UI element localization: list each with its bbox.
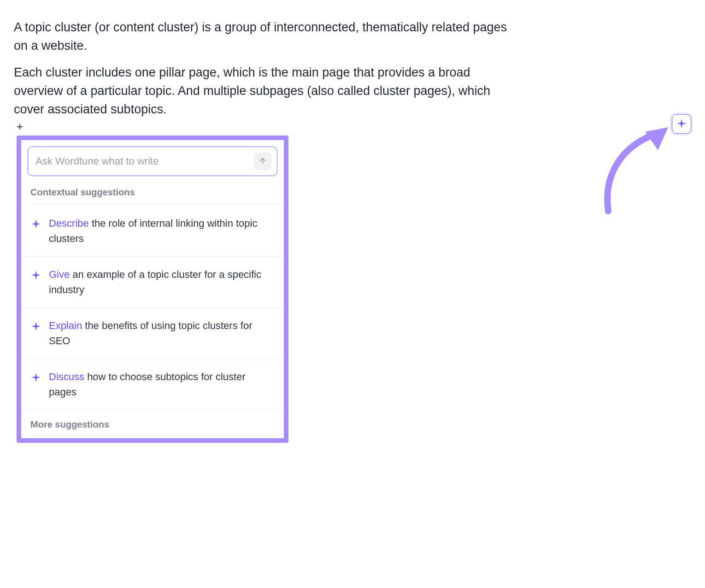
suggestion-verb: Discuss — [49, 371, 84, 382]
suggestion-text: Describe the role of internal linking wi… — [49, 216, 275, 246]
suggestion-verb: Describe — [49, 218, 89, 229]
suggestion-item[interactable]: Give an example of a topic cluster for a… — [21, 256, 284, 307]
contextual-suggestions-label: Contextual suggestions — [21, 184, 284, 205]
sparkle-icon — [676, 118, 687, 130]
sparkle-icon — [30, 218, 41, 231]
ask-input-row — [28, 147, 277, 176]
suggestion-verb: Explain — [49, 320, 82, 331]
ask-wordtune-input[interactable] — [35, 155, 254, 167]
insert-block-plus[interactable]: + — [17, 121, 23, 132]
suggestion-text: Discuss how to choose subtopics for clus… — [49, 369, 275, 400]
submit-prompt-button[interactable] — [254, 153, 271, 170]
sparkle-icon — [30, 270, 41, 282]
suggestion-text: Give an example of a topic cluster for a… — [49, 267, 275, 297]
suggestion-item[interactable]: Discuss how to choose subtopics for clus… — [21, 359, 284, 410]
suggestion-item[interactable]: Describe the role of internal linking wi… — [21, 205, 284, 256]
arrow-up-icon — [258, 157, 267, 166]
suggestion-rest: an example of a topic cluster for a spec… — [49, 269, 261, 295]
sparkle-icon — [30, 372, 41, 385]
more-suggestions-button[interactable]: More suggestions — [21, 410, 284, 438]
annotation-arrow-icon — [599, 123, 677, 216]
suggestion-verb: Give — [49, 269, 70, 280]
sparkle-icon — [30, 321, 41, 334]
suggestion-text: Explain the benefits of using topic clus… — [49, 318, 275, 348]
body-paragraph-2: Each cluster includes one pillar page, w… — [14, 64, 521, 119]
body-paragraph-1: A topic cluster (or content cluster) is … — [14, 18, 521, 55]
suggestion-item[interactable]: Explain the benefits of using topic clus… — [21, 307, 284, 359]
wordtune-panel: Contextual suggestions Describe the role… — [17, 135, 288, 443]
wordtune-trigger-button[interactable] — [672, 114, 691, 134]
